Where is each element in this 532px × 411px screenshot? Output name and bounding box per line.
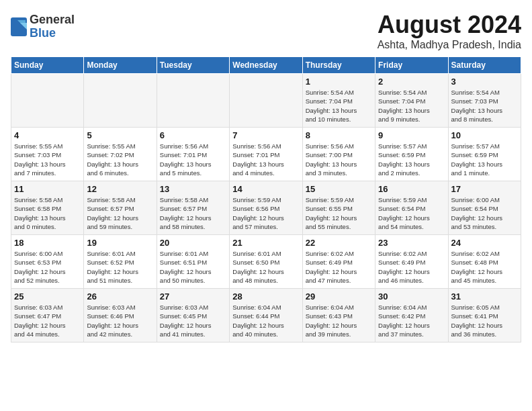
day-header-sunday: Sunday <box>11 57 84 74</box>
calendar-cell: 25Sunrise: 6:03 AM Sunset: 6:47 PM Dayli… <box>11 289 84 342</box>
day-info: Sunrise: 5:59 AM Sunset: 6:56 PM Dayligh… <box>232 195 299 231</box>
day-number: 12 <box>87 184 153 194</box>
calendar-cell: 3Sunrise: 5:54 AM Sunset: 7:03 PM Daylig… <box>448 74 521 128</box>
day-info: Sunrise: 5:57 AM Sunset: 6:59 PM Dayligh… <box>451 142 518 177</box>
calendar-cell: 29Sunrise: 6:04 AM Sunset: 6:43 PM Dayli… <box>302 289 375 342</box>
day-info: Sunrise: 6:04 AM Sunset: 6:43 PM Dayligh… <box>306 303 372 338</box>
day-info: Sunrise: 6:02 AM Sunset: 6:48 PM Dayligh… <box>451 249 518 285</box>
day-info: Sunrise: 5:59 AM Sunset: 6:54 PM Dayligh… <box>378 195 445 231</box>
day-info: Sunrise: 5:56 AM Sunset: 7:00 PM Dayligh… <box>306 142 372 177</box>
day-header-tuesday: Tuesday <box>157 57 229 74</box>
day-info: Sunrise: 5:54 AM Sunset: 7:03 PM Dayligh… <box>451 88 518 124</box>
day-number: 13 <box>160 184 226 194</box>
week-row-1: 1Sunrise: 5:54 AM Sunset: 7:04 PM Daylig… <box>11 74 521 128</box>
day-number: 28 <box>232 291 299 302</box>
week-row-3: 11Sunrise: 5:58 AM Sunset: 6:58 PM Dayli… <box>11 181 521 235</box>
day-info: Sunrise: 6:05 AM Sunset: 6:41 PM Dayligh… <box>451 303 518 338</box>
day-number: 26 <box>87 291 153 302</box>
day-number: 29 <box>306 291 372 302</box>
day-number: 30 <box>378 291 445 302</box>
week-row-5: 25Sunrise: 6:03 AM Sunset: 6:47 PM Dayli… <box>11 289 521 342</box>
day-number: 8 <box>306 130 372 140</box>
calendar-cell <box>11 74 84 128</box>
day-number: 1 <box>306 77 372 87</box>
calendar-cell: 17Sunrise: 6:00 AM Sunset: 6:54 PM Dayli… <box>448 181 521 235</box>
logo: General Blue <box>11 13 75 40</box>
calendar-table: SundayMondayTuesdayWednesdayThursdayFrid… <box>11 56 521 342</box>
calendar-cell: 9Sunrise: 5:57 AM Sunset: 6:59 PM Daylig… <box>375 128 448 181</box>
day-info: Sunrise: 5:56 AM Sunset: 7:01 PM Dayligh… <box>160 142 226 177</box>
day-info: Sunrise: 6:02 AM Sunset: 6:49 PM Dayligh… <box>306 249 372 285</box>
day-info: Sunrise: 5:54 AM Sunset: 7:04 PM Dayligh… <box>378 88 445 124</box>
day-info: Sunrise: 6:02 AM Sunset: 6:49 PM Dayligh… <box>378 249 445 285</box>
day-info: Sunrise: 5:55 AM Sunset: 7:03 PM Dayligh… <box>14 142 81 177</box>
day-number: 11 <box>14 184 81 194</box>
calendar-cell: 16Sunrise: 5:59 AM Sunset: 6:54 PM Dayli… <box>375 181 448 235</box>
calendar-cell: 10Sunrise: 5:57 AM Sunset: 6:59 PM Dayli… <box>448 128 521 181</box>
day-info: Sunrise: 6:03 AM Sunset: 6:47 PM Dayligh… <box>14 303 81 338</box>
day-number: 19 <box>87 238 153 248</box>
day-header-wednesday: Wednesday <box>230 57 302 74</box>
day-info: Sunrise: 6:00 AM Sunset: 6:54 PM Dayligh… <box>451 195 518 231</box>
day-number: 21 <box>232 238 299 248</box>
calendar-cell: 21Sunrise: 6:01 AM Sunset: 6:50 PM Dayli… <box>230 235 302 289</box>
day-info: Sunrise: 5:54 AM Sunset: 7:04 PM Dayligh… <box>306 88 372 124</box>
day-number: 24 <box>451 238 518 248</box>
calendar-cell: 8Sunrise: 5:56 AM Sunset: 7:00 PM Daylig… <box>302 128 375 181</box>
calendar-cell: 30Sunrise: 6:04 AM Sunset: 6:42 PM Dayli… <box>375 289 448 342</box>
day-number: 10 <box>451 130 518 140</box>
logo-blue: Blue <box>30 27 75 40</box>
day-info: Sunrise: 5:58 AM Sunset: 6:57 PM Dayligh… <box>87 195 153 231</box>
week-row-4: 18Sunrise: 6:00 AM Sunset: 6:53 PM Dayli… <box>11 235 521 289</box>
calendar-cell: 1Sunrise: 5:54 AM Sunset: 7:04 PM Daylig… <box>302 74 375 128</box>
calendar-cell: 5Sunrise: 5:55 AM Sunset: 7:02 PM Daylig… <box>84 128 157 181</box>
logo-icon <box>11 17 27 36</box>
day-info: Sunrise: 5:59 AM Sunset: 6:55 PM Dayligh… <box>306 195 372 231</box>
calendar-cell: 31Sunrise: 6:05 AM Sunset: 6:41 PM Dayli… <box>448 289 521 342</box>
day-number: 27 <box>160 291 226 302</box>
day-number: 5 <box>87 130 153 140</box>
calendar-cell: 7Sunrise: 5:56 AM Sunset: 7:01 PM Daylig… <box>230 128 302 181</box>
day-number: 20 <box>160 238 226 248</box>
calendar-cell: 18Sunrise: 6:00 AM Sunset: 6:53 PM Dayli… <box>11 235 84 289</box>
day-number: 14 <box>232 184 299 194</box>
calendar-cell: 22Sunrise: 6:02 AM Sunset: 6:49 PM Dayli… <box>302 235 375 289</box>
day-info: Sunrise: 6:01 AM Sunset: 6:51 PM Dayligh… <box>160 249 226 285</box>
day-info: Sunrise: 6:04 AM Sunset: 6:42 PM Dayligh… <box>378 303 445 338</box>
calendar-cell: 2Sunrise: 5:54 AM Sunset: 7:04 PM Daylig… <box>375 74 448 128</box>
calendar-cell: 28Sunrise: 6:04 AM Sunset: 6:44 PM Dayli… <box>230 289 302 342</box>
logo-text: General Blue <box>30 13 75 40</box>
page-subtitle: Ashta, Madhya Pradesh, India <box>378 39 521 51</box>
day-number: 31 <box>451 291 518 302</box>
day-info: Sunrise: 6:03 AM Sunset: 6:46 PM Dayligh… <box>87 303 153 338</box>
day-number: 6 <box>160 130 226 140</box>
calendar-cell: 27Sunrise: 6:03 AM Sunset: 6:45 PM Dayli… <box>157 289 229 342</box>
day-info: Sunrise: 5:55 AM Sunset: 7:02 PM Dayligh… <box>87 142 153 177</box>
day-header-saturday: Saturday <box>448 57 521 74</box>
calendar-cell: 26Sunrise: 6:03 AM Sunset: 6:46 PM Dayli… <box>84 289 157 342</box>
calendar-cell <box>84 74 157 128</box>
calendar-cell <box>157 74 229 128</box>
page-title: August 2024 <box>378 11 521 39</box>
day-number: 4 <box>14 130 81 140</box>
day-number: 22 <box>306 238 372 248</box>
day-number: 2 <box>378 77 445 87</box>
calendar-cell: 13Sunrise: 5:58 AM Sunset: 6:57 PM Dayli… <box>157 181 229 235</box>
header-row: SundayMondayTuesdayWednesdayThursdayFrid… <box>11 57 521 74</box>
day-number: 17 <box>451 184 518 194</box>
day-number: 3 <box>451 77 518 87</box>
day-info: Sunrise: 6:01 AM Sunset: 6:50 PM Dayligh… <box>232 249 299 285</box>
day-info: Sunrise: 5:58 AM Sunset: 6:58 PM Dayligh… <box>14 195 81 231</box>
day-number: 16 <box>378 184 445 194</box>
day-info: Sunrise: 6:03 AM Sunset: 6:45 PM Dayligh… <box>160 303 226 338</box>
calendar-cell: 14Sunrise: 5:59 AM Sunset: 6:56 PM Dayli… <box>230 181 302 235</box>
day-header-monday: Monday <box>84 57 157 74</box>
day-header-thursday: Thursday <box>302 57 375 74</box>
calendar-cell: 4Sunrise: 5:55 AM Sunset: 7:03 PM Daylig… <box>11 128 84 181</box>
calendar-cell: 19Sunrise: 6:01 AM Sunset: 6:52 PM Dayli… <box>84 235 157 289</box>
day-info: Sunrise: 5:57 AM Sunset: 6:59 PM Dayligh… <box>378 142 445 177</box>
week-row-2: 4Sunrise: 5:55 AM Sunset: 7:03 PM Daylig… <box>11 128 521 181</box>
calendar-cell: 11Sunrise: 5:58 AM Sunset: 6:58 PM Dayli… <box>11 181 84 235</box>
calendar-cell: 6Sunrise: 5:56 AM Sunset: 7:01 PM Daylig… <box>157 128 229 181</box>
day-info: Sunrise: 5:58 AM Sunset: 6:57 PM Dayligh… <box>160 195 226 231</box>
